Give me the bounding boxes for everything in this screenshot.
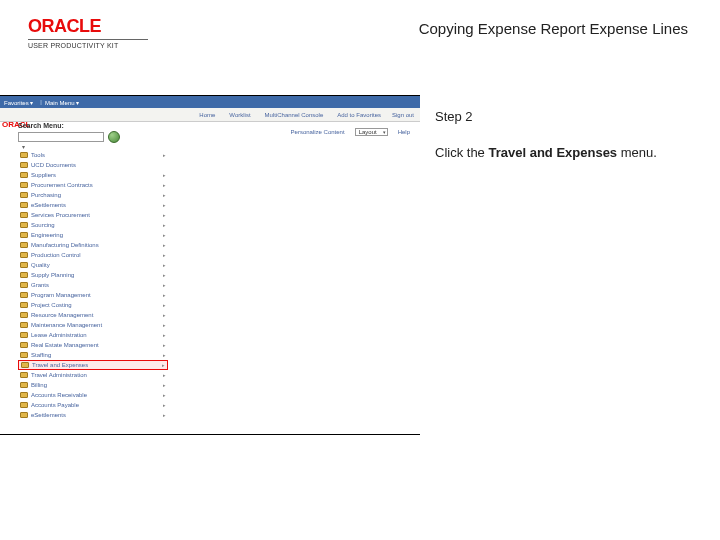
nav-item-label: Travel Administration: [31, 372, 87, 378]
folder-icon: [20, 182, 28, 188]
chevron-right-icon: ▸: [159, 402, 166, 408]
folder-icon: [21, 362, 29, 368]
nav-item-label: eSettlements: [31, 202, 66, 208]
nav-item-label: Services Procurement: [31, 212, 90, 218]
nav-item-label: eSettlements: [31, 412, 66, 418]
folder-icon: [20, 242, 28, 248]
nav-item-label: Purchasing: [31, 192, 61, 198]
nav-item-label: Resource Management: [31, 312, 93, 318]
tab-worklist[interactable]: Worklist: [226, 111, 253, 119]
folder-icon: [20, 302, 28, 308]
nav-item[interactable]: Manufacturing Definitions▸: [18, 240, 168, 250]
nav-item[interactable]: Production Control▸: [18, 250, 168, 260]
folder-icon: [20, 192, 28, 198]
nav-item[interactable]: Accounts Payable▸: [18, 400, 168, 410]
chevron-right-icon: ▸: [159, 222, 166, 228]
nav-item[interactable]: Program Management▸: [18, 290, 168, 300]
nav-item-label: Accounts Payable: [31, 402, 79, 408]
page-title: Copying Expense Report Expense Lines: [419, 20, 688, 37]
nav-item[interactable]: Tools▸: [18, 150, 168, 160]
main-menu[interactable]: Main Menu ▾: [45, 99, 79, 106]
tab-home[interactable]: Home: [196, 111, 218, 119]
nav-item-label: Staffing: [31, 352, 51, 358]
nav-item[interactable]: Grants▸: [18, 280, 168, 290]
chevron-right-icon: ▸: [159, 192, 166, 198]
nav-item-label: Suppliers: [31, 172, 56, 178]
nav-item[interactable]: Services Procurement▸: [18, 210, 168, 220]
nav-item[interactable]: Project Costing▸: [18, 300, 168, 310]
nav-item[interactable]: Engineering▸: [18, 230, 168, 240]
nav-item-label: Accounts Receivable: [31, 392, 87, 398]
nav-item-label: Grants: [31, 282, 49, 288]
personalize-link[interactable]: Personalize Content: [291, 129, 345, 135]
chevron-right-icon: ▸: [159, 272, 166, 278]
chevron-right-icon: ▸: [159, 212, 166, 218]
layout-dropdown[interactable]: Layout: [355, 128, 388, 136]
chevron-right-icon: ▸: [159, 302, 166, 308]
nav-item-label: Procurement Contracts: [31, 182, 93, 188]
folder-icon: [20, 312, 28, 318]
nav-item-label: Billing: [31, 382, 47, 388]
folder-icon: [20, 212, 28, 218]
nav-item[interactable]: Purchasing▸: [18, 190, 168, 200]
search-input[interactable]: [18, 132, 104, 142]
folder-icon: [20, 322, 28, 328]
nav-item[interactable]: Staffing▸: [18, 350, 168, 360]
nav-menu: Tools▸UCD DocumentsSuppliers▸Procurement…: [18, 150, 168, 420]
folder-icon: [20, 252, 28, 258]
nav-item[interactable]: Quality▸: [18, 260, 168, 270]
folder-icon: [20, 412, 28, 418]
nav-item[interactable]: Accounts Receivable▸: [18, 390, 168, 400]
chevron-right-icon: ▸: [159, 332, 166, 338]
nav-item[interactable]: Suppliers▸: [18, 170, 168, 180]
step-label: Step 2: [435, 108, 695, 126]
nav-item-label: Tools: [31, 152, 45, 158]
tab-add-favorites[interactable]: Add to Favorites: [334, 111, 384, 119]
folder-icon: [20, 402, 28, 408]
folder-icon: [20, 352, 28, 358]
nav-item-label: Maintenance Management: [31, 322, 102, 328]
nav-item-label: Production Control: [31, 252, 81, 258]
folder-icon: [20, 202, 28, 208]
nav-item[interactable]: Procurement Contracts▸: [18, 180, 168, 190]
nav-item-label: Supply Planning: [31, 272, 74, 278]
header-tabs: Home Worklist MultiChannel Console Add t…: [0, 108, 420, 122]
chevron-right-icon: ▸: [159, 412, 166, 418]
folder-icon: [20, 332, 28, 338]
folder-icon: [20, 262, 28, 268]
nav-item[interactable]: Billing▸: [18, 380, 168, 390]
folder-icon: [20, 342, 28, 348]
chevron-right-icon: ▸: [159, 312, 166, 318]
favorites-menu[interactable]: Favorites ▾: [4, 99, 33, 106]
content-area: Home Worklist MultiChannel Console Add t…: [0, 108, 420, 122]
chevron-right-icon: ▸: [159, 282, 166, 288]
nav-item[interactable]: eSettlements▸: [18, 410, 168, 420]
folder-icon: [20, 152, 28, 158]
nav-item-label: Sourcing: [31, 222, 55, 228]
nav-item[interactable]: Maintenance Management▸: [18, 320, 168, 330]
folder-icon: [20, 232, 28, 238]
folder-icon: [20, 172, 28, 178]
nav-item-travel-and-expenses[interactable]: Travel and Expenses▸: [18, 360, 168, 370]
folder-icon: [20, 282, 28, 288]
nav-item[interactable]: Resource Management▸: [18, 310, 168, 320]
search-go-icon[interactable]: [108, 131, 120, 143]
tab-mcf[interactable]: MultiChannel Console: [262, 111, 327, 119]
chevron-right-icon: ▸: [159, 392, 166, 398]
help-link[interactable]: Help: [398, 129, 410, 135]
nav-item[interactable]: Lease Administration▸: [18, 330, 168, 340]
chevron-right-icon: ▸: [159, 382, 166, 388]
collapse-icon[interactable]: ▾: [22, 143, 138, 150]
chevron-right-icon: ▸: [159, 342, 166, 348]
chevron-right-icon: ▸: [159, 202, 166, 208]
page: ORACLE USER PRODUCTIVITY KIT Copying Exp…: [0, 0, 720, 540]
nav-item[interactable]: Travel Administration▸: [18, 370, 168, 380]
nav-item[interactable]: eSettlements▸: [18, 200, 168, 210]
nav-item[interactable]: Supply Planning▸: [18, 270, 168, 280]
nav-item[interactable]: Sourcing▸: [18, 220, 168, 230]
nav-item[interactable]: UCD Documents: [18, 160, 168, 170]
signout-link[interactable]: Sign out: [392, 112, 414, 118]
nav-item[interactable]: Real Estate Management▸: [18, 340, 168, 350]
instruction-panel: Step 2 Click the Travel and Expenses men…: [435, 108, 695, 162]
brand-sub: USER PRODUCTIVITY KIT: [28, 39, 148, 49]
